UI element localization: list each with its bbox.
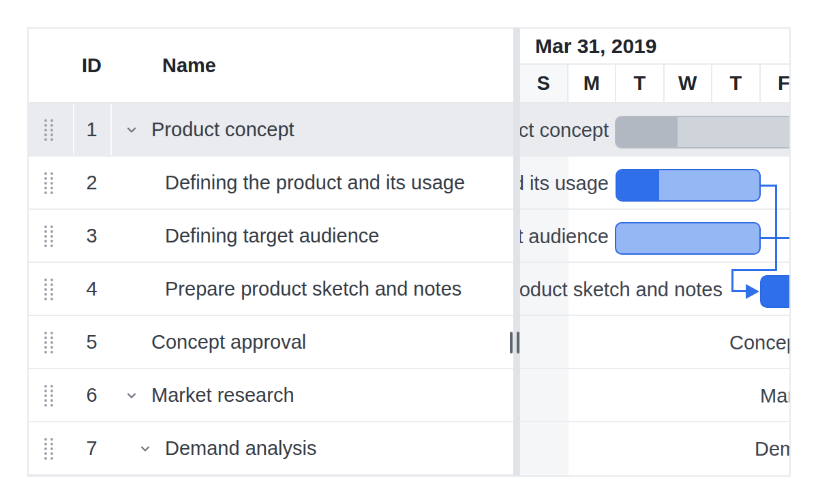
task-bar-2[interactable]	[616, 169, 761, 202]
drag-handle-icon[interactable]	[44, 385, 47, 388]
row-divider	[520, 421, 789, 422]
task-name: Defining target audience	[165, 210, 379, 262]
task-bar-3[interactable]	[615, 222, 761, 255]
bar-label-1: Product concept	[520, 104, 609, 157]
chevron-down-icon[interactable]	[125, 123, 138, 137]
link-2-4	[731, 269, 777, 271]
chevron-down-icon[interactable]	[125, 389, 138, 403]
day-cell-mon: M	[569, 65, 617, 102]
column-header-id: ID	[73, 29, 110, 102]
splitter-grip-icon[interactable]	[510, 332, 513, 353]
day-cell-sun: S	[520, 65, 569, 102]
bar-label-7: Demand analysis	[755, 422, 789, 475]
link-arrow-icon	[746, 284, 759, 299]
task-id: 5	[73, 316, 110, 368]
grid-row-3[interactable]: 3 Defining target audience	[29, 210, 513, 263]
timeline-day-header: S M T W T F	[520, 65, 789, 104]
task-name: Concept approval	[151, 316, 306, 368]
task-name: Defining the product and its usage	[165, 157, 465, 208]
gantt-widget: ID Name 1 Product concept 2 Defining the…	[29, 29, 789, 475]
grid-row-4[interactable]: 4 Prepare product sketch and notes	[29, 263, 513, 316]
bar-label-4: Prepare product sketch and notes	[520, 263, 723, 316]
day-cell-thu: T	[712, 65, 761, 102]
column-divider	[110, 104, 112, 155]
task-id: 4	[73, 263, 110, 315]
drag-handle-icon[interactable]	[44, 172, 47, 175]
bar-label-6: Market research	[760, 369, 789, 422]
progress-fill	[761, 277, 789, 308]
task-name: Demand analysis	[165, 422, 316, 474]
task-bar-4[interactable]	[760, 275, 789, 308]
task-grid: ID Name 1 Product concept 2 Defining the…	[29, 29, 513, 475]
task-id: 6	[73, 369, 110, 421]
grid-row-7[interactable]: 7 Demand analysis	[29, 422, 513, 475]
timeline: Mar 31, 2019 S M T W T F Product concept…	[520, 29, 789, 475]
task-name: Product concept	[151, 104, 294, 155]
grid-timeline-splitter[interactable]	[513, 29, 520, 475]
bar-label-5: Concept approval	[729, 316, 789, 369]
drag-handle-icon[interactable]	[44, 332, 47, 334]
day-cell-tue: T	[616, 65, 665, 102]
task-id: 3	[73, 210, 110, 262]
progress-fill	[616, 117, 678, 148]
link-3-5	[759, 237, 789, 239]
month-label: Mar 31, 2019	[535, 29, 656, 63]
task-id: 7	[73, 422, 110, 474]
progress-fill	[617, 170, 659, 202]
drag-handle-icon[interactable]	[44, 438, 47, 441]
task-bar-1-project[interactable]	[615, 116, 789, 148]
task-id: 2	[73, 157, 110, 208]
task-name: Market research	[151, 369, 294, 421]
day-cell-fri: F	[761, 65, 790, 102]
grid-row-1[interactable]: 1 Product concept	[29, 104, 513, 157]
chevron-down-icon[interactable]	[138, 442, 152, 456]
timeline-month-header: Mar 31, 2019	[520, 29, 789, 65]
day-cell-wed: W	[665, 65, 713, 102]
bar-label-2: Defining the product and its usage	[520, 157, 609, 210]
task-name: Prepare product sketch and notes	[165, 263, 461, 315]
drag-handle-icon[interactable]	[44, 279, 47, 281]
column-header-name: Name	[162, 29, 216, 102]
grid-row-5[interactable]: 5 Concept approval	[29, 316, 513, 369]
grid-header: ID Name	[29, 29, 513, 104]
link-2-4	[731, 269, 733, 292]
drag-handle-icon[interactable]	[44, 225, 47, 228]
grid-row-6[interactable]: 6 Market research	[29, 369, 513, 422]
task-id: 1	[73, 104, 110, 155]
drag-handle-icon[interactable]	[44, 119, 47, 122]
bar-label-3: Defining target audience	[520, 210, 609, 263]
link-2-4	[775, 185, 777, 271]
grid-row-2[interactable]: 2 Defining the product and its usage	[29, 157, 513, 210]
splitter-grip-icon[interactable]	[517, 332, 519, 353]
